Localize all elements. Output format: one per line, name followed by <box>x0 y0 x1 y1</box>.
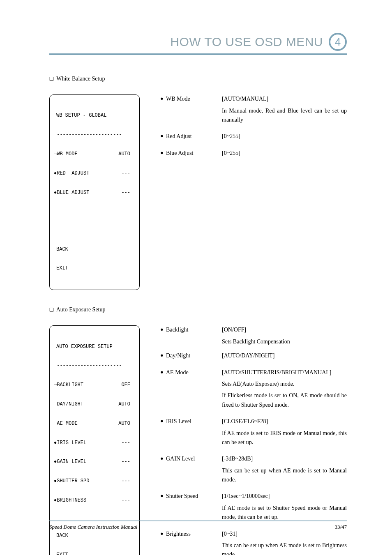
iris-range: [CLOSE/F1.6~F28] <box>222 417 347 426</box>
osd-back: BACK <box>54 246 135 253</box>
osd-wb-title: WB SETUP - GLOBAL <box>54 113 135 119</box>
gain-label: GAIN Level <box>166 454 195 463</box>
aemode-desc2: If Flickerless mode is set to ON, AE mod… <box>222 391 347 410</box>
section-heading-wb: ❑ White Balance Setup <box>49 76 347 82</box>
bullet-icon: ● <box>160 492 166 500</box>
bullet-icon: ● <box>160 368 166 377</box>
backlight-range: [ON/OFF] <box>222 325 347 334</box>
red-adjust-range: [0~255] <box>222 132 347 141</box>
shutter-label: Shutter Speed <box>166 492 198 501</box>
header-title: HOW TO USE OSD MENU <box>170 35 323 49</box>
section-heading-ae-text: Auto Exposure Setup <box>56 306 106 313</box>
page-header: HOW TO USE OSD MENU 4 <box>49 33 347 55</box>
wb-mode-desc: In Manual mode, Red and Blue level can b… <box>222 106 347 125</box>
bullet-icon: ● <box>160 94 166 103</box>
osd-back: BACK <box>54 533 135 539</box>
backlight-label: Backlight <box>166 325 188 334</box>
gain-range: [-3dB~28dB] <box>222 454 347 463</box>
iris-desc: If AE mode is set to IRIS mode or Manual… <box>222 429 347 447</box>
wb-mode-range: [AUTO/MANUAL] <box>222 94 347 104</box>
square-bullet-icon: ❑ <box>49 76 55 82</box>
page-footer: Speed Dome Camera Instruction Manual 33/… <box>49 520 347 530</box>
backlight-desc: Sets Backlight Compensation <box>222 337 347 346</box>
wb-details: ●WB Mode [AUTO/MANUAL] In Manual mode, R… <box>160 94 347 160</box>
aemode-range: [AUTO/SHUTTER/IRIS/BRIGHT/MANUAL] <box>222 368 347 377</box>
brightness-label: Brightness <box>166 530 191 539</box>
section-heading-ae: ❑ Auto Exposure Setup <box>49 306 347 313</box>
daynight-label: Day/Night <box>166 351 190 360</box>
bullet-icon: ● <box>160 530 166 538</box>
osd-exit: EXIT <box>54 265 135 272</box>
osd-divider: ---------------------- <box>54 132 135 138</box>
bullet-icon: ● <box>160 149 166 157</box>
blue-adjust-range: [0~255] <box>222 149 347 158</box>
red-adjust-label: Red Adjust <box>166 132 192 141</box>
brightness-desc: This can be set up when AE mode is set t… <box>222 541 347 555</box>
daynight-range: [AUTO/DAY/NIGHT] <box>222 351 347 360</box>
footer-title: Speed Dome Camera Instruction Manual <box>49 524 137 530</box>
section-heading-wb-text: White Balance Setup <box>56 76 105 82</box>
bullet-icon: ● <box>160 351 166 360</box>
square-bullet-icon: ❑ <box>49 307 55 313</box>
osd-divider: ---------------------- <box>54 363 135 369</box>
aemode-label: AE Mode <box>166 368 189 377</box>
brightness-range: [0~31] <box>222 530 347 539</box>
bullet-icon: ● <box>160 417 166 426</box>
gain-desc: This can be set up when AE mode is set t… <box>222 466 347 485</box>
osd-ae-title: AUTO EXPOSURE SETUP <box>54 344 135 350</box>
shutter-range: [1/1sec~1/10000sec] <box>222 492 347 501</box>
blue-adjust-label: Blue Adjust <box>166 149 194 158</box>
osd-exit: EXIT <box>54 552 135 555</box>
chapter-badge: 4 <box>329 33 347 51</box>
bullet-icon: ● <box>160 132 166 140</box>
bullet-icon: ● <box>160 325 166 334</box>
wb-mode-label: WB Mode <box>166 94 190 104</box>
aemode-desc: Sets AE(Auto Exposure) mode. <box>222 380 347 389</box>
osd-wb-box: WB SETUP - GLOBAL ----------------------… <box>49 94 140 290</box>
shutter-desc: If AE mode is set to Shutter Speed mode … <box>222 504 347 522</box>
bullet-icon: ● <box>160 454 166 463</box>
iris-label: IRIS Level <box>166 417 191 426</box>
footer-page: 33/47 <box>334 524 347 530</box>
